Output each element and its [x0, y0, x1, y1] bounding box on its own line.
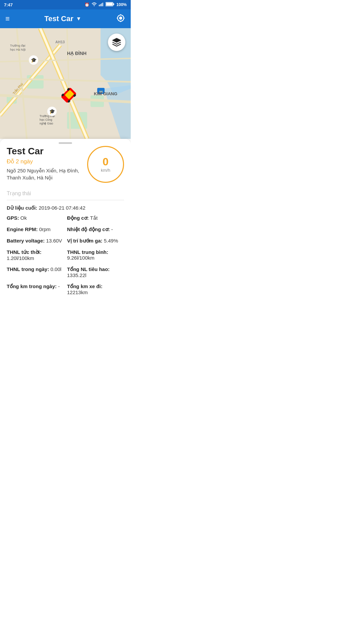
parking-status: Đỗ 2 ngày	[7, 158, 80, 165]
avg-fuel-label: THNL trung bình:	[67, 249, 108, 255]
gps-item: GPS: Ok	[7, 215, 64, 221]
svg-rect-2	[100, 4, 101, 6]
status-bar: 7:47 ⏰ 100%	[0, 0, 131, 9]
rpm-item: Engine RPM: 0rpm	[7, 226, 64, 232]
total-fuel-item: Tổng NL tiêu hao: 1335.22l	[67, 266, 124, 278]
svg-text:học Hà Nội: học Hà Nội	[10, 48, 26, 51]
location-button[interactable]	[116, 13, 125, 24]
daily-km-item: Tổng km trong ngày: -	[7, 283, 64, 295]
layers-icon	[112, 38, 121, 47]
bottom-sheet: Test Car Đỗ 2 ngày Ngõ 250 Nguyễn Xiển, …	[0, 139, 131, 302]
battery-item: Battery voltage: 13.60V	[7, 238, 64, 244]
svg-text:KIM GIANG: KIM GIANG	[94, 91, 117, 96]
instant-fuel-item: THNL tức thời: 1.20l/100km	[7, 249, 64, 261]
daily-fuel-value: 0.00l	[51, 266, 62, 272]
battery-percent: 100%	[116, 2, 127, 7]
topbar: ≡ Test Car ▼	[0, 9, 131, 28]
engine-item: Động cơ: Tắt	[67, 215, 124, 221]
menu-button[interactable]: ≡	[5, 14, 10, 23]
topbar-title-area[interactable]: Test Car ▼	[44, 14, 81, 23]
svg-point-0	[94, 6, 95, 6]
svg-marker-40	[113, 38, 120, 42]
alarm-icon: ⏰	[84, 2, 89, 7]
data-grid: GPS: Ok Động cơ: Tắt Engine RPM: 0rpm Nh…	[7, 215, 124, 295]
total-km-item: Tổng km xe đi: 12213km	[67, 283, 124, 295]
time-display: 7:47	[4, 2, 13, 7]
speed-unit: km/h	[101, 168, 110, 173]
svg-text:🎓: 🎓	[49, 109, 55, 114]
sheet-handle-area[interactable]	[7, 139, 124, 146]
last-data-value: 2019-06-21 07:46:42	[39, 205, 85, 211]
signal-icon	[99, 2, 104, 7]
svg-text:Trường đại: Trường đại	[10, 44, 25, 47]
total-fuel-label: Tổng NL tiêu hao:	[67, 266, 110, 272]
svg-rect-7	[106, 3, 113, 5]
engine-temp-item: Nhiệt độ động cơ: -	[67, 226, 124, 232]
vehicle-name: Test Car	[7, 146, 80, 157]
daily-fuel-label: THNL trong ngày:	[7, 266, 51, 272]
info-top-row: Test Car Đỗ 2 ngày Ngõ 250 Nguyễn Xiển, …	[7, 146, 124, 183]
daily-km-label: Tổng km trong ngày:	[7, 283, 58, 289]
vehicle-info-left: Test Car Đỗ 2 ngày Ngõ 250 Nguyễn Xiển, …	[7, 146, 80, 181]
rpm-label: Engine RPM:	[7, 226, 39, 232]
avg-fuel-value: 9.26l/100km	[67, 255, 95, 261]
battery-label: Battery voltage:	[7, 238, 46, 244]
avg-fuel-item: THNL trung bình: 9.26l/100km	[67, 249, 124, 261]
vehicle-address: Ngõ 250 Nguyễn Xiển, Hạ Đình, Thanh Xuân…	[7, 167, 80, 181]
menu-icon: ≡	[5, 14, 10, 23]
total-km-value: 12213km	[67, 289, 88, 295]
speed-value: 0	[103, 156, 109, 167]
engine-temp-label: Nhiệt độ động cơ:	[67, 226, 111, 232]
svg-text:🎓: 🎓	[31, 57, 37, 63]
svg-text:HẠ ĐÌNH: HẠ ĐÌNH	[67, 51, 86, 56]
vehicle-title: Test Car	[44, 14, 73, 23]
location-icon	[116, 13, 125, 23]
instant-fuel-value: 1.20l/100km	[7, 255, 34, 261]
instant-fuel-label: THNL tức thời:	[7, 249, 42, 255]
sheet-handle	[59, 142, 72, 144]
engine-label: Động cơ:	[67, 215, 90, 221]
svg-rect-1	[99, 5, 100, 6]
svg-point-9	[120, 17, 122, 19]
daily-km-value: -	[58, 283, 60, 289]
speedometer: 0 km/h	[87, 146, 124, 183]
throttle-label: Vị trí bướm ga:	[67, 238, 104, 244]
gps-label: GPS:	[7, 215, 20, 221]
svg-rect-3	[101, 3, 102, 6]
daily-fuel-item: THNL trong ngày: 0.00l	[7, 266, 64, 278]
wifi-icon	[92, 2, 97, 7]
svg-rect-4	[103, 3, 103, 6]
svg-text:AH13: AH13	[55, 40, 65, 44]
rpm-value: 0rpm	[39, 226, 51, 232]
dropdown-arrow-icon: ▼	[76, 16, 81, 22]
svg-text:nghệ Giao: nghệ Giao	[40, 122, 53, 125]
last-data-label: Dữ liệu cuối:	[7, 205, 37, 211]
status-icons: ⏰ 100%	[84, 2, 127, 7]
total-km-label: Tổng km xe đi:	[67, 283, 103, 289]
last-data-header: Dữ liệu cuối: 2019-06-21 07:46:42	[7, 205, 124, 211]
battery-value: 13.60V	[46, 238, 62, 244]
svg-rect-6	[113, 3, 114, 5]
engine-temp-value: -	[111, 226, 113, 232]
total-fuel-value: 1335.22l	[67, 272, 86, 278]
svg-text:học Công: học Công	[40, 118, 52, 121]
gps-value: Ok	[20, 215, 27, 221]
throttle-value: 5.49%	[104, 238, 118, 244]
map-area[interactable]: 🚌 HẠ ĐÌNH KIM GIANG Trường đại học Hà Nộ…	[0, 28, 131, 139]
throttle-item: Vị trí bướm ga: 5.49%	[67, 238, 124, 244]
trang-thai-label: Trạng thái	[7, 187, 124, 200]
status-time: 7:47	[4, 2, 13, 7]
engine-value: Tắt	[90, 215, 98, 221]
battery-icon	[106, 2, 114, 7]
layer-button[interactable]	[108, 34, 125, 51]
